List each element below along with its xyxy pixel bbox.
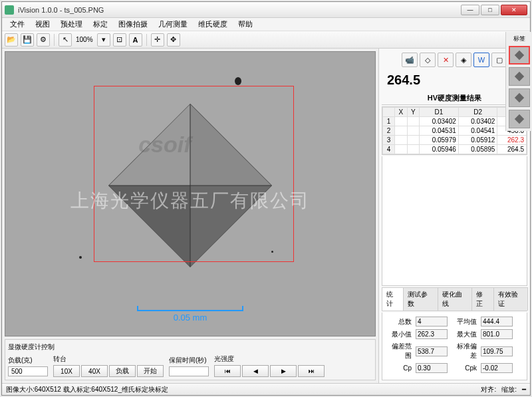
hold-label: 保留时间(秒) bbox=[169, 356, 209, 365]
tab-correct[interactable]: 修正 bbox=[471, 287, 493, 311]
control-title: 显微硬度计控制 bbox=[8, 342, 372, 352]
menu-help[interactable]: 帮助 bbox=[233, 18, 258, 31]
open-icon[interactable]: 📂 bbox=[5, 33, 18, 47]
stat-std bbox=[481, 346, 513, 356]
svg-marker-9 bbox=[514, 93, 523, 102]
stat-cpk bbox=[481, 363, 513, 373]
svg-marker-10 bbox=[514, 114, 523, 124]
turret-label: 转台 bbox=[53, 354, 164, 364]
tab-stats[interactable]: 统计 bbox=[382, 287, 404, 311]
status-zoom: 缩放: bbox=[501, 385, 517, 394]
speck bbox=[79, 256, 82, 259]
menubar: 文件 视图 预处理 标定 图像拍摄 几何测量 维氏硬度 帮助 bbox=[2, 18, 530, 31]
maximize-button[interactable]: □ bbox=[481, 5, 499, 15]
move-icon[interactable]: ✥ bbox=[167, 33, 180, 47]
light-first-icon[interactable]: ⏮ bbox=[214, 365, 241, 377]
stat-max bbox=[481, 329, 513, 339]
table-row: 30.059790.05912262.3 bbox=[383, 136, 527, 145]
go-load-button[interactable]: 负载 bbox=[109, 365, 136, 377]
menu-preprocess[interactable]: 预处理 bbox=[55, 18, 88, 31]
zoom-value[interactable]: 100% bbox=[74, 35, 94, 44]
svg-marker-7 bbox=[514, 51, 523, 60]
status-left: 图像大小:640X512 载入标定:640X512_维氏标定块标定 bbox=[6, 385, 168, 394]
word-icon[interactable]: W bbox=[473, 53, 489, 67]
side-label: 标签 bbox=[513, 35, 525, 43]
thumbnail[interactable] bbox=[509, 88, 530, 107]
thumbnail[interactable] bbox=[509, 46, 530, 65]
mark-icon[interactable]: ◈ bbox=[456, 53, 471, 67]
status-align: 对齐: bbox=[481, 385, 496, 394]
menu-calibrate[interactable]: 标定 bbox=[88, 18, 113, 31]
load-input[interactable] bbox=[8, 366, 48, 376]
menu-capture[interactable]: 图像拍摄 bbox=[113, 18, 153, 31]
stats-tabs: 统计 测试参数 硬化曲线 修正 有效验证 bbox=[382, 287, 527, 311]
zoom-dropdown-icon[interactable]: ▾ bbox=[97, 33, 110, 47]
light-next-icon[interactable]: ▶ bbox=[270, 365, 297, 377]
tab-curve[interactable]: 硬化曲线 bbox=[438, 287, 473, 311]
diamond-icon[interactable]: ◇ bbox=[420, 53, 436, 67]
menu-vickers[interactable]: 维氏硬度 bbox=[193, 18, 233, 31]
hold-input[interactable] bbox=[169, 366, 209, 376]
start-button[interactable]: 开始 bbox=[137, 365, 164, 377]
light-label: 光强度 bbox=[214, 354, 325, 364]
fit-icon[interactable]: ⊡ bbox=[113, 33, 126, 47]
table-row: 40.059460.05895264.5 bbox=[383, 145, 527, 154]
image-viewport[interactable]: csoif 上海光学仪器五厂有限公司 0.05 mm bbox=[5, 51, 376, 336]
toolbar: 📂 💾 ⚙ ↖ 100% ▾ ⊡ A ✛ ✥ bbox=[2, 31, 530, 49]
stat-count bbox=[416, 317, 448, 327]
close-button[interactable]: ✕ bbox=[501, 5, 527, 15]
menu-file[interactable]: 文件 bbox=[5, 18, 30, 31]
load-label: 负载(克) bbox=[8, 356, 48, 365]
stat-range bbox=[416, 346, 448, 356]
thumbnail[interactable] bbox=[509, 110, 530, 128]
speck bbox=[235, 77, 241, 85]
hardness-control-panel: 显微硬度计控制 负载(克) 转台 10X 40X 负载 开始 bbox=[5, 339, 376, 380]
tab-validate[interactable]: 有效验证 bbox=[493, 287, 529, 311]
minimize-button[interactable]: — bbox=[461, 5, 479, 15]
light-last-icon[interactable]: ⏭ bbox=[298, 365, 325, 377]
thumbnail[interactable] bbox=[509, 67, 530, 86]
settings-icon[interactable]: ⚙ bbox=[37, 33, 50, 47]
menu-geometry[interactable]: 几何测量 bbox=[153, 18, 193, 31]
pointer-icon[interactable]: ↖ bbox=[59, 33, 72, 47]
measurement-box[interactable] bbox=[94, 86, 293, 262]
svg-marker-8 bbox=[514, 72, 523, 81]
text-icon[interactable]: A bbox=[129, 33, 142, 47]
save-icon[interactable]: 💾 bbox=[21, 33, 34, 47]
tab-params[interactable]: 测试参数 bbox=[403, 287, 438, 311]
turret-40x[interactable]: 40X bbox=[81, 365, 108, 377]
window-title: iVision 1.0.0 - ts_005.PNG bbox=[18, 6, 461, 14]
thumbnail-panel: 标签 bbox=[505, 32, 532, 131]
stat-min bbox=[416, 329, 448, 339]
light-prev-icon[interactable]: ◀ bbox=[242, 365, 269, 377]
app-icon bbox=[5, 5, 14, 15]
scale-bar: 0.05 mm bbox=[137, 306, 243, 323]
statusbar: 图像大小:640X512 载入标定:640X512_维氏标定块标定 对齐: 缩放… bbox=[2, 383, 530, 395]
turret-10x[interactable]: 10X bbox=[53, 365, 80, 377]
menu-view[interactable]: 视图 bbox=[30, 18, 55, 31]
crosshair-icon[interactable]: ✛ bbox=[151, 33, 164, 47]
delete-icon[interactable]: ✕ bbox=[438, 53, 454, 67]
stat-avg bbox=[481, 317, 513, 327]
camera-icon[interactable]: 📹 bbox=[402, 53, 418, 67]
titlebar: iVision 1.0.0 - ts_005.PNG — □ ✕ bbox=[2, 2, 530, 18]
scale-label: 0.05 mm bbox=[137, 313, 243, 323]
stats-panel: 总数 平均值 最小值 最大值 偏差范围 标准偏差 Cp Cpk bbox=[382, 313, 527, 380]
stat-cp bbox=[416, 363, 448, 373]
watermark-logo: csoif bbox=[138, 132, 191, 158]
